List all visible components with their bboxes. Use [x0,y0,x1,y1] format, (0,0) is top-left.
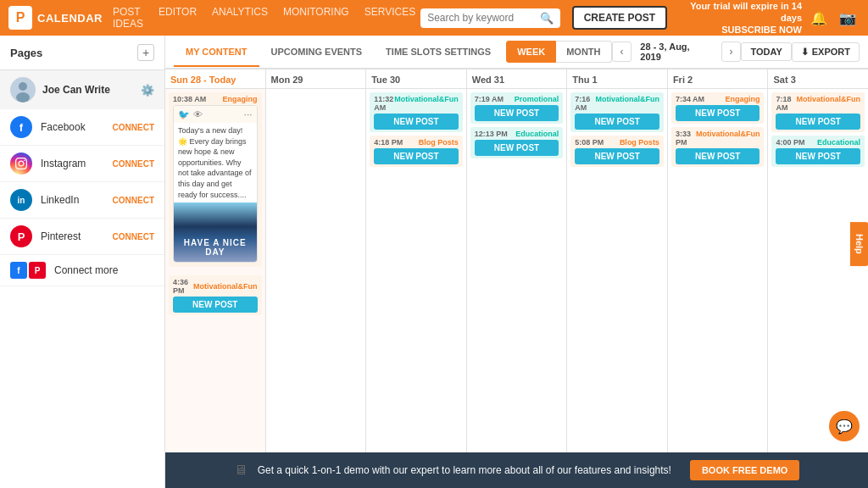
sidebar-user: Joe Can Write ⚙️ [0,70,164,109]
view-toggle: WEEK MONTH [506,41,611,63]
day-body-sun: 10:38 AM Engaging 🐦 👁 ··· [165,89,265,452]
new-post-button-thu-2[interactable]: NEW POST [575,148,659,164]
event-time-436: 4:36 PM [173,278,193,295]
sidebar-item-pinterest[interactable]: P Pinterest CONNECT [0,219,164,255]
post-card[interactable]: 🐦 👁 ··· Today's a new day! 🌟 Every day b… [173,105,258,263]
new-post-button-wed-2[interactable]: NEW POST [475,140,559,156]
event-tue-1132[interactable]: 11:32 AM Motivational&Fun NEW POST [370,92,463,132]
event-fri-734[interactable]: 7:34 AM Engaging NEW POST [671,92,765,124]
sidebar: Pages + Joe Can Write ⚙️ f Facebook CONN… [0,36,165,488]
post-image-text: HAVE A NICE DAY [174,238,257,257]
calendar-grid: Sun 28 - Today 10:38 AM Engaging 🐦 [165,69,868,452]
facebook-icon: f [10,116,32,138]
nav-monitoring[interactable]: MONITORING [283,6,349,30]
top-nav: P CALENDAR POST IDEAS EDITOR ANALYTICS M… [0,0,868,36]
today-button[interactable]: TODAY [741,42,791,61]
sidebar-item-connect-more[interactable]: f P Connect more [0,255,164,286]
day-header-mon: Mon 29 [266,69,366,89]
next-arrow-button[interactable]: › [721,42,742,62]
pi-small-icon: P [29,262,46,279]
connect-more-icons: f P [10,262,46,279]
day-body-sat: 7:18 AM Motivational&Fun NEW POST 4:00 P… [768,89,868,452]
event-category: Engaging [223,95,258,103]
create-post-button[interactable]: CREATE POST [572,6,667,30]
day-col-mon: Mon 29 [266,69,367,452]
nav-calendar-label: CALENDAR [37,12,103,25]
new-post-button-sun-436[interactable]: NEW POST [173,297,258,313]
pinterest-icon: P [10,225,32,247]
day-body-mon [266,89,366,452]
view-tab-week[interactable]: WEEK [506,41,556,63]
export-button[interactable]: ⬇ EXPORT [792,42,860,62]
linkedin-label: LinkedIn [41,194,104,206]
user-name: Joe Can Write [42,84,134,96]
pinterest-label: Pinterest [41,230,104,242]
app-logo[interactable]: P [8,6,32,30]
tab-upcoming-events[interactable]: UPCOMING EVENTS [259,38,375,67]
search-input[interactable] [427,12,535,24]
tab-time-slots[interactable]: TIME SLOTS SETTINGS [374,38,503,67]
day-body-wed: 7:19 AM Promotional NEW POST 12:13 PM Ed… [467,89,567,452]
event-sat-718[interactable]: 7:18 AM Motivational&Fun NEW POST [771,92,865,132]
tab-bar: MY CONTENT UPCOMING EVENTS TIME SLOTS SE… [165,36,868,69]
new-post-button-tue-2[interactable]: NEW POST [374,148,459,164]
new-post-button-sat-1[interactable]: NEW POST [776,114,860,130]
pinterest-connect-btn[interactable]: CONNECT [113,232,154,241]
facebook-connect-btn[interactable]: CONNECT [113,123,154,132]
new-post-button-fri-1[interactable]: NEW POST [676,105,760,121]
linkedin-connect-btn[interactable]: CONNECT [113,196,154,205]
bottom-banner: 🖥 Get a quick 1-on-1 demo with our exper… [165,452,868,488]
event-thu-716[interactable]: 7:16 AM Motivational&Fun NEW POST [570,92,664,132]
post-text: Today's a new day! 🌟 Every day brings ne… [174,123,257,202]
search-box: 🔍 [420,8,560,28]
day-body-fri: 7:34 AM Engaging NEW POST 3:33 PM Motiva… [668,89,768,452]
main-layout: Pages + Joe Can Write ⚙️ f Facebook CONN… [0,36,868,488]
sidebar-header: Pages + [0,36,164,70]
more-options-icon[interactable]: ··· [244,108,253,120]
sidebar-item-facebook[interactable]: f Facebook CONNECT [0,109,164,146]
sidebar-item-instagram[interactable]: Instagram CONNECT [0,146,164,182]
pages-label: Pages [10,47,42,59]
new-post-button-thu-1[interactable]: NEW POST [575,114,659,130]
day-header-wed: Wed 31 [467,69,567,89]
day-col-thu: Thu 1 7:16 AM Motivational&Fun NEW POST … [567,69,668,452]
day-col-tue: Tue 30 11:32 AM Motivational&Fun NEW POS… [366,69,467,452]
day-body-tue: 11:32 AM Motivational&Fun NEW POST 4:18 … [366,89,466,452]
event-tue-418[interactable]: 4:18 PM Blog Posts NEW POST [370,136,463,167]
nav-analytics[interactable]: ANALYTICS [212,6,268,30]
new-post-button-fri-2[interactable]: NEW POST [676,148,760,164]
day-header-sat: Sat 3 [768,69,868,89]
day-body-thu: 7:16 AM Motivational&Fun NEW POST 5:08 P… [567,89,667,452]
event-sat-400[interactable]: 4:00 PM Educational NEW POST [771,136,865,167]
event-thu-508[interactable]: 5:08 PM Blog Posts NEW POST [570,136,664,167]
nav-post-ideas[interactable]: POST IDEAS [113,6,143,30]
download-icon: ⬇ [801,47,809,58]
day-header-thu: Thu 1 [567,69,667,89]
nav-editor[interactable]: EDITOR [159,6,197,30]
connect-more-label: Connect more [54,264,154,276]
event-fri-333[interactable]: 3:33 PM Motivational&Fun NEW POST [671,127,765,167]
event-sun-1038[interactable]: 10:38 AM Engaging 🐦 👁 ··· [169,92,262,267]
chat-button[interactable]: 💬 [829,411,860,441]
instagram-connect-btn[interactable]: CONNECT [113,159,154,169]
add-page-button[interactable]: + [137,44,154,61]
settings-icon[interactable]: ⚙️ [141,84,154,97]
notifications-button[interactable]: 🔔 [807,8,831,28]
event-wed-1213[interactable]: 12:13 PM Educational NEW POST [470,127,564,158]
sidebar-item-linkedin[interactable]: in LinkedIn CONNECT [0,182,164,219]
search-icon: 🔍 [540,12,554,25]
event-wed-719[interactable]: 7:19 AM Promotional NEW POST [470,92,564,124]
avatar [10,77,36,103]
new-post-button-wed-1[interactable]: NEW POST [475,105,559,121]
event-sun-436[interactable]: 4:36 PM Motivational&Fun NEW POST [169,275,262,315]
content-area: MY CONTENT UPCOMING EVENTS TIME SLOTS SE… [165,36,868,488]
tab-my-content[interactable]: MY CONTENT [174,38,259,67]
view-tab-month[interactable]: MONTH [556,41,611,63]
camera-button[interactable]: 📷 [836,8,860,28]
book-demo-button[interactable]: BOOK FREE DEMO [690,460,799,480]
new-post-button-sat-2[interactable]: NEW POST [776,148,860,164]
prev-arrow-button[interactable]: ‹ [612,42,632,62]
help-tab[interactable]: Help [850,222,868,266]
nav-services[interactable]: SERVICES [364,6,415,30]
new-post-button-tue-1[interactable]: NEW POST [374,114,459,130]
